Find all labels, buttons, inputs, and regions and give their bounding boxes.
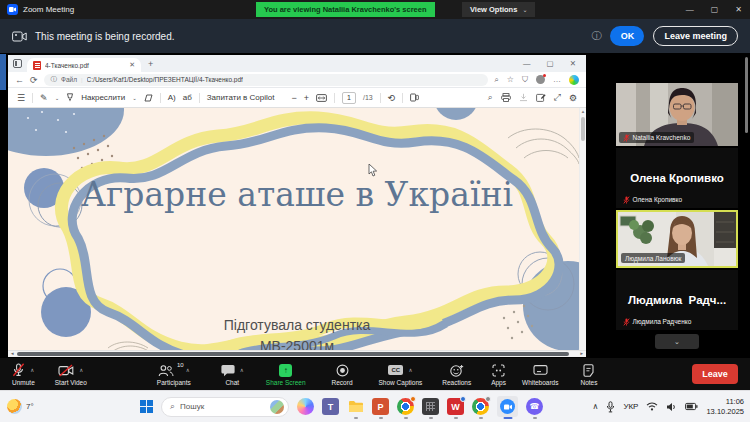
tray-mic-icon[interactable] (606, 401, 615, 413)
record-button[interactable]: Record (332, 363, 353, 386)
participant-name-label: Людмила Радченко (619, 316, 695, 327)
more-participants-button[interactable]: ⌄ (655, 334, 699, 349)
powerpoint-app-icon[interactable]: P (372, 398, 389, 415)
start-video-button[interactable]: ∧ Start Video (55, 363, 87, 386)
search-icon[interactable]: ⌕ (488, 92, 493, 103)
profile-avatar[interactable] (536, 75, 545, 84)
highlighter-icon[interactable] (66, 93, 74, 102)
translate-icon[interactable]: аб (183, 93, 192, 102)
chevron-up-icon[interactable]: ∧ (79, 367, 83, 373)
favorite-icon[interactable]: ☆ (507, 75, 514, 84)
fit-width-icon[interactable] (316, 94, 327, 102)
new-tab-button[interactable]: + (148, 59, 153, 69)
whiteboards-button[interactable]: Whiteboards (522, 363, 559, 386)
participant-tile-liudmyla-radchenko[interactable]: Людмила Радч... Людмила Радченко (616, 270, 738, 330)
save-icon[interactable] (519, 93, 528, 102)
browser-maximize-button[interactable]: ▢ (547, 59, 554, 68)
toc-icon[interactable]: ☰ (17, 93, 25, 103)
copilot-app-icon[interactable] (297, 398, 314, 415)
muted-mic-icon (623, 318, 630, 326)
page-number-field[interactable]: 1 (342, 92, 356, 104)
sidebar-scrollbar[interactable] (745, 57, 748, 133)
taskbar-search-input[interactable]: ⌕ Пошук (161, 397, 289, 417)
chevron-up-icon[interactable]: ∧ (186, 367, 190, 373)
scroll-up-icon[interactable]: ▲ (580, 109, 586, 114)
participants-button[interactable]: 10 ∧ Participants (157, 363, 191, 386)
speaker-icon[interactable] (666, 402, 677, 412)
minimize-button[interactable]: — (686, 5, 694, 14)
tab-actions-icon[interactable] (13, 59, 22, 68)
scroll-left-icon[interactable]: ◄ (10, 351, 14, 357)
pdf-horizontal-scrollbar[interactable]: ◄ ► (8, 350, 586, 357)
scroll-right-icon[interactable]: ► (580, 351, 584, 357)
info-icon[interactable]: ⓘ (591, 29, 601, 43)
reactions-button[interactable]: Reactions (442, 363, 471, 386)
ask-copilot-button[interactable]: Запитати в Copilot (207, 93, 275, 102)
fullscreen-icon[interactable]: ⤢ (554, 92, 561, 103)
rotate-icon[interactable]: ⟲ (388, 93, 396, 103)
print-icon[interactable] (501, 93, 511, 102)
battery-icon[interactable] (685, 402, 698, 411)
edge-copilot-icon[interactable] (569, 75, 579, 85)
zoom-page-icon[interactable]: ⌕ (494, 75, 498, 85)
eraser-icon[interactable] (144, 94, 153, 102)
view-options-button[interactable]: View Options ⌄ (462, 2, 535, 17)
chevron-up-icon[interactable]: ∧ (408, 367, 412, 373)
collections-icon[interactable]: ⛉ (522, 75, 528, 85)
vertical-scroll-thumb[interactable] (581, 117, 585, 141)
chevron-up-icon[interactable]: ∧ (30, 367, 34, 373)
more-menu-icon[interactable]: … (553, 75, 561, 84)
leave-button[interactable]: Leave (692, 364, 738, 384)
info-icon[interactable]: ⓘ (51, 75, 58, 84)
start-button[interactable] (140, 400, 153, 413)
wifi-icon[interactable] (646, 402, 658, 411)
chat-button[interactable]: ∧ Chat (221, 363, 244, 386)
search-highlight-image[interactable] (270, 400, 284, 414)
leave-meeting-button[interactable]: Leave meeting (653, 26, 738, 46)
unmute-button[interactable]: ∧ Unmute (12, 363, 35, 386)
show-captions-button[interactable]: CC ∧ Show Captions (379, 363, 423, 386)
chevron-up-icon[interactable]: ∧ (240, 367, 244, 373)
apps-button[interactable]: Apps (491, 363, 506, 386)
close-button[interactable]: ✕ (735, 5, 742, 14)
weather-widget[interactable]: 7° (7, 399, 34, 414)
ok-button[interactable]: OK (610, 26, 644, 46)
participant-video-nataliia[interactable]: Nataliia Kravchenko (616, 83, 738, 146)
participant-video-liudmyla-lanoviuk[interactable]: Людмила Лановюк (616, 210, 738, 268)
file-explorer-icon[interactable] (347, 398, 364, 415)
viber-app-icon[interactable]: ☎ (526, 398, 543, 415)
settings-gear-icon[interactable]: ⚙ (569, 93, 577, 103)
draw-label[interactable]: Накреслити (81, 93, 125, 102)
save-as-icon[interactable] (536, 93, 546, 102)
pen-icon[interactable]: ✎ (40, 93, 48, 103)
browser-close-button[interactable]: ✕ (570, 59, 576, 68)
notes-button[interactable]: Notes (581, 363, 598, 386)
pdf-vertical-scrollbar[interactable]: ▲ (579, 108, 586, 350)
read-aloud-icon[interactable]: A) (168, 93, 176, 102)
chrome-app-icon[interactable] (397, 398, 414, 415)
tray-expand-icon[interactable]: ∧ (593, 402, 599, 411)
zoom-app-icon-active[interactable] (497, 396, 518, 417)
chevron-down-icon[interactable]: ⌄ (132, 95, 137, 101)
back-icon[interactable]: ← (15, 75, 24, 85)
url-field[interactable]: ⓘ Файл | C:/Users/Kaf1/Desktop/ПРЕЗЕНТАЦ… (44, 74, 489, 86)
w-app-icon[interactable]: W (447, 398, 464, 415)
clock-widget[interactable]: 11:06 13.10.2025 (706, 397, 744, 416)
zoom-in-icon[interactable]: + (304, 93, 309, 103)
teams-app-icon[interactable]: T (322, 398, 339, 415)
page-view-icon[interactable] (410, 93, 419, 102)
chevron-down-icon[interactable]: ⌄ (55, 95, 60, 101)
language-indicator[interactable]: УКР (623, 402, 638, 411)
participant-name-label: Людмила Лановюк (621, 253, 685, 263)
refresh-icon[interactable]: ⟳ (30, 75, 38, 85)
browser-tab[interactable]: 4-Ткаченко.pdf ✕ (27, 58, 141, 72)
browser-minimize-button[interactable]: — (523, 59, 531, 68)
share-screen-button[interactable]: ↑ Share Screen (266, 363, 306, 386)
participant-tile-olena[interactable]: Олена Кропивко Олена Кропивко (616, 148, 738, 208)
maximize-button[interactable]: ▢ (711, 5, 719, 14)
zoom-out-icon[interactable]: − (291, 93, 296, 103)
calculator-app-icon[interactable] (422, 398, 439, 415)
tab-close-icon[interactable]: ✕ (129, 61, 135, 69)
horizontal-scroll-thumb[interactable] (17, 352, 569, 356)
chrome-app-icon-2[interactable] (472, 398, 489, 415)
